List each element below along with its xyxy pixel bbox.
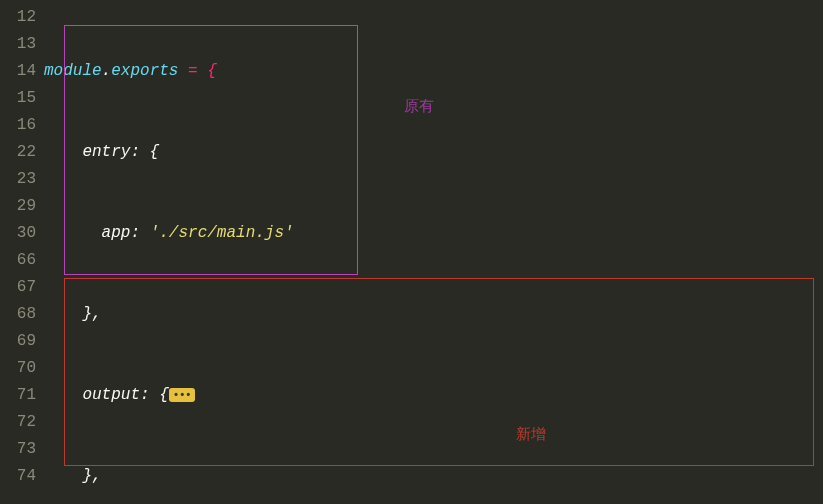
code-area[interactable]: module.exports = { entry: { app: './src/… (44, 0, 823, 504)
code-line: }, (44, 301, 823, 328)
line-number: 68 (6, 301, 36, 328)
line-number: 16 (6, 112, 36, 139)
line-number: 66 (6, 247, 36, 274)
line-number: 13 (6, 31, 36, 58)
line-number: 15 (6, 85, 36, 112)
line-number: 30 (6, 220, 36, 247)
code-line: module.exports = { (44, 58, 823, 85)
line-number: 72 (6, 409, 36, 436)
annotation-label-new: 新增 (516, 420, 546, 447)
code-line: }, (44, 463, 823, 490)
line-number: 12 (6, 4, 36, 31)
line-gutter: 12 13 14 15 16 22 23 29 30 66 67 68 69 7… (0, 0, 44, 504)
fold-icon[interactable]: ••• (169, 388, 195, 402)
line-number: 22 (6, 139, 36, 166)
line-number: 69 (6, 328, 36, 355)
line-number: 14 (6, 58, 36, 85)
line-number: 74 (6, 463, 36, 490)
line-number: 71 (6, 382, 36, 409)
line-number: 29 (6, 193, 36, 220)
line-number: 73 (6, 436, 36, 463)
code-editor[interactable]: 12 13 14 15 16 22 23 29 30 66 67 68 69 7… (0, 0, 823, 504)
line-number: 70 (6, 355, 36, 382)
line-number: 23 (6, 166, 36, 193)
line-number: 67 (6, 274, 36, 301)
code-line: entry: { (44, 139, 823, 166)
code-line: output: {••• (44, 382, 823, 409)
code-line: app: './src/main.js' (44, 220, 823, 247)
annotation-label-original: 原有 (404, 92, 434, 119)
